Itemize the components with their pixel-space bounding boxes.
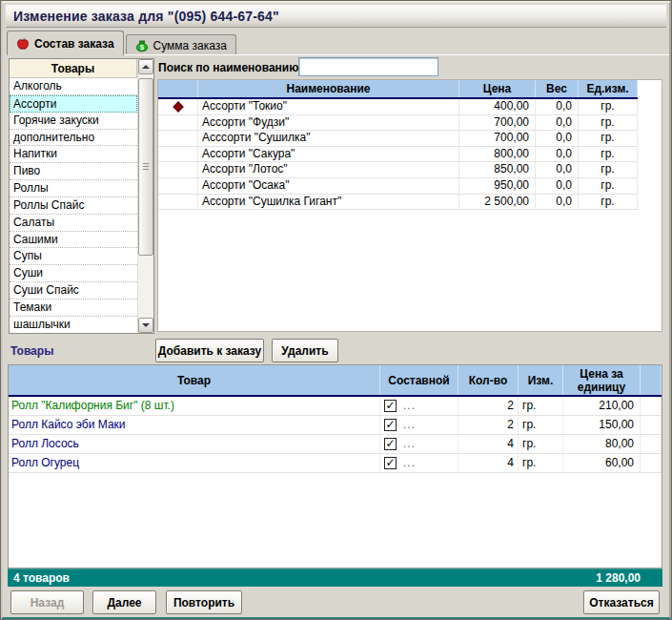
product-name: Ассорти "Токио" [198,99,459,114]
products-table-body: Ассорти "Токио"400,000,0гр.Ассорти "Фудз… [158,99,638,210]
composite-ellipsis-button[interactable]: ... [403,416,416,434]
product-unit: гр. [579,147,638,162]
red-apple-icon [16,37,30,51]
product-name: Ассорти "Фудзи" [198,115,459,131]
arrow-up-icon [142,65,150,69]
order-item-price: 210,00 [563,397,641,415]
col-weight[interactable]: Вес [536,80,579,97]
order-item-unit: гр. [519,416,563,434]
tab-order-items[interactable]: Состав заказа [7,31,124,55]
col-unit[interactable]: Ед.изм. [579,80,638,97]
order-row[interactable]: Ролл "Калифорния Биг" (8 шт.)✓...2гр.210… [9,397,662,416]
order-table-header[interactable]: Товар Составной Кол-во Изм. Цена за един… [9,365,662,397]
product-unit: гр. [579,195,638,210]
category-item[interactable]: Пиво [10,163,137,180]
category-item[interactable]: Ассорти [10,95,137,113]
order-item-price: 80,00 [563,435,641,453]
product-name: Ассорти "Сушилка Гигант" [198,195,459,210]
tab-order-total-label: Сумма заказа [153,39,227,52]
composite-cell: ✓... [380,454,458,472]
row-marker-cell [158,162,198,177]
scroll-down-button[interactable] [138,318,153,333]
product-name: Асссорти "Сушилка" [198,131,459,146]
row-marker-cell [158,99,198,114]
col-measure[interactable]: Изм. [519,365,563,395]
order-row[interactable]: Ролл Лосось✓...4гр.80,00 [9,435,662,454]
category-item[interactable]: Алкоголь [10,78,137,95]
order-row[interactable]: Ролл Кайсо эби Маки✓...2гр.150,00 [9,416,662,435]
category-item[interactable]: Горячие закуски [10,113,137,130]
product-row[interactable]: Ассорти "Фудзи"700,000,0гр. [158,115,638,132]
window: Изменение заказа для "(095) 644-67-64" С… [0,0,672,620]
scroll-up-button[interactable] [138,59,153,74]
category-list-header: Товары [10,59,137,78]
col-name[interactable]: Наименование [198,80,459,97]
cancel-button[interactable]: Отказаться [583,590,660,614]
product-unit: гр. [579,162,638,177]
col-price[interactable]: Цена [459,80,536,97]
delete-button[interactable]: Удалить [272,339,338,362]
product-row[interactable]: Ассорти "Сакура"800,000,0гр. [158,147,638,163]
category-item[interactable]: Супы [10,248,137,265]
product-row[interactable]: Ассорти "Лотос"850,000,0гр. [158,162,638,178]
back-button[interactable]: Назад [10,590,84,614]
col-marker[interactable] [158,80,198,97]
category-item[interactable]: Роллы [10,180,137,197]
category-item[interactable]: Сашими [10,232,137,249]
order-row-filler [641,435,662,453]
category-item[interactable]: Темаки [10,300,137,317]
category-scrollbar[interactable] [137,59,153,333]
composite-checkbox[interactable]: ✓ [384,438,397,450]
category-item[interactable]: шашлычки [10,317,137,333]
composite-ellipsis-button[interactable]: ... [403,454,416,472]
repeat-button[interactable]: Повторить [166,590,242,614]
col-composite[interactable]: Составной [380,365,458,395]
order-status-bar: 4 товаров 1 280,00 [8,568,662,587]
order-item-price: 150,00 [563,416,641,434]
product-unit: гр. [579,99,638,114]
scrollbar-thumb[interactable] [138,78,153,256]
title-bar[interactable]: Изменение заказа для "(095) 644-67-64" [6,5,666,28]
order-row-filler [641,397,662,415]
category-item[interactable]: Роллы Спайс [10,197,137,215]
order-row-filler [641,454,662,472]
order-row[interactable]: Ролл Огурец✓...4гр.60,00 [9,454,662,473]
composite-ellipsis-button[interactable]: ... [403,397,416,415]
composite-checkbox[interactable]: ✓ [384,457,397,469]
product-row[interactable]: Асссорти "Сушилка"700,000,0гр. [158,131,638,147]
tab-order-total[interactable]: $ Сумма заказа [126,34,236,55]
category-item[interactable]: Салаты [10,215,137,232]
product-unit: гр. [579,115,638,131]
search-input[interactable] [298,57,438,76]
category-item[interactable]: Суши Спайс [10,282,137,300]
next-button[interactable]: Далее [92,590,156,614]
category-item[interactable]: Напитки [10,146,137,163]
composite-checkbox[interactable]: ✓ [384,419,397,431]
current-row-diamond-icon [173,101,183,112]
category-item[interactable]: Суши [10,265,137,282]
product-unit: гр. [579,131,638,146]
add-to-order-button[interactable]: Добавить к заказу [155,339,264,362]
product-price: 850,00 [459,162,536,177]
col-qty[interactable]: Кол-во [458,365,519,395]
products-panel: Наименование Цена Вес Ед.изм. Ассорти "Т… [157,79,662,332]
product-row[interactable]: Ассорти "Токио"400,000,0гр. [158,99,638,115]
product-weight: 0,0 [536,131,579,146]
row-marker-cell [158,115,198,131]
products-table: Наименование Цена Вес Ед.изм. Ассорти "Т… [158,80,638,210]
composite-ellipsis-button[interactable]: ... [403,435,416,453]
col-unit-price[interactable]: Цена за единицу [563,365,641,395]
product-row[interactable]: Ассорти "Осака"950,000,0гр. [158,178,638,195]
product-weight: 0,0 [536,99,579,114]
product-row[interactable]: Ассорти "Сушилка Гигант"2 500,000,0гр. [158,195,638,211]
order-item-name: Ролл Лосось [9,435,380,453]
category-item[interactable]: дополнительно [10,130,137,147]
product-unit: гр. [579,178,638,194]
col-filler [641,365,662,395]
products-table-header[interactable]: Наименование Цена Вес Ед.изм. [158,80,638,99]
composite-checkbox[interactable]: ✓ [384,400,397,412]
order-item-qty: 4 [458,454,519,472]
composite-cell: ✓... [380,397,458,415]
col-product[interactable]: Товар [9,365,380,395]
tab-order-items-label: Состав заказа [34,37,114,51]
